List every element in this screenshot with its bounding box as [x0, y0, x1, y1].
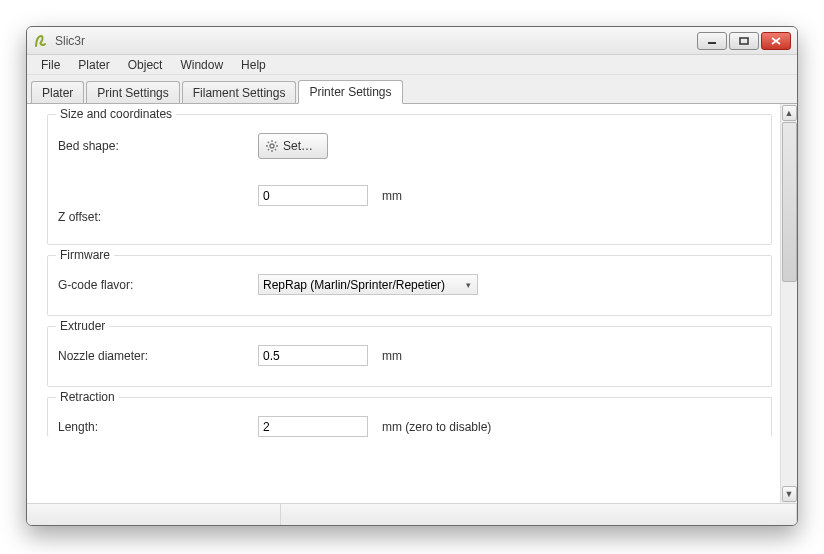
nozzle-diameter-label: Nozzle diameter:: [58, 349, 258, 363]
group-legend: Retraction: [56, 390, 119, 404]
gcode-flavor-label: G-code flavor:: [58, 278, 258, 292]
svg-line-12: [268, 149, 269, 150]
svg-line-11: [275, 142, 276, 143]
status-panel-1: [27, 504, 281, 525]
close-button[interactable]: [761, 32, 791, 50]
tabstrip: Plater Print Settings Filament Settings …: [27, 75, 797, 103]
scroll-track[interactable]: [782, 122, 797, 485]
minimize-button[interactable]: [697, 32, 727, 50]
tab-filament-settings[interactable]: Filament Settings: [182, 81, 297, 104]
bed-shape-label: Bed shape:: [58, 139, 258, 153]
z-offset-unit: mm: [382, 189, 402, 203]
group-retraction: Retraction Length: mm (zero to disable): [47, 397, 772, 437]
svg-line-10: [275, 149, 276, 150]
set-button-label: Set…: [283, 139, 313, 153]
app-icon: [33, 33, 49, 49]
menubar: File Plater Object Window Help: [27, 55, 797, 75]
menu-file[interactable]: File: [33, 56, 68, 74]
statusbar: [27, 503, 797, 525]
svg-rect-1: [740, 38, 748, 44]
gcode-flavor-select[interactable]: RepRap (Marlin/Sprinter/Repetier) ▾: [258, 274, 478, 295]
retraction-length-unit: mm (zero to disable): [382, 420, 491, 434]
window-title: Slic3r: [55, 34, 85, 48]
group-legend: Extruder: [56, 319, 109, 333]
chevron-down-icon: ▾: [461, 277, 475, 293]
settings-panel: Size and coordinates Bed shape: Set…: [27, 104, 780, 503]
group-legend: Firmware: [56, 248, 114, 262]
bed-shape-set-button[interactable]: Set…: [258, 133, 328, 159]
retraction-length-label: Length:: [58, 420, 258, 434]
gcode-flavor-value: RepRap (Marlin/Sprinter/Repetier): [263, 278, 445, 292]
menu-window[interactable]: Window: [172, 56, 231, 74]
menu-help[interactable]: Help: [233, 56, 274, 74]
scroll-down-button[interactable]: ▼: [782, 486, 797, 502]
svg-line-9: [268, 142, 269, 143]
svg-point-4: [270, 144, 274, 148]
maximize-button[interactable]: [729, 32, 759, 50]
nozzle-diameter-input[interactable]: [258, 345, 368, 366]
gear-icon: [265, 139, 279, 153]
group-firmware: Firmware G-code flavor: RepRap (Marlin/S…: [47, 255, 772, 316]
menu-object[interactable]: Object: [120, 56, 171, 74]
titlebar: Slic3r: [27, 27, 797, 55]
tab-print-settings[interactable]: Print Settings: [86, 81, 179, 104]
z-offset-input[interactable]: [258, 185, 368, 206]
menu-plater[interactable]: Plater: [70, 56, 117, 74]
tab-printer-settings[interactable]: Printer Settings: [298, 80, 402, 104]
z-offset-label-text: Z offset:: [58, 210, 258, 224]
retraction-length-input[interactable]: [258, 416, 368, 437]
scroll-thumb[interactable]: [782, 122, 797, 282]
status-panel-2: [281, 504, 797, 525]
content-frame: Size and coordinates Bed shape: Set…: [27, 103, 797, 503]
group-size-coordinates: Size and coordinates Bed shape: Set…: [47, 114, 772, 245]
tab-plater[interactable]: Plater: [31, 81, 84, 104]
group-extruder: Extruder Nozzle diameter: mm: [47, 326, 772, 387]
app-window: Slic3r File Plater Object Window Help Pl…: [26, 26, 798, 526]
group-legend: Size and coordinates: [56, 107, 176, 121]
scroll-up-button[interactable]: ▲: [782, 105, 797, 121]
nozzle-diameter-unit: mm: [382, 349, 402, 363]
vertical-scrollbar[interactable]: ▲ ▼: [780, 104, 797, 503]
